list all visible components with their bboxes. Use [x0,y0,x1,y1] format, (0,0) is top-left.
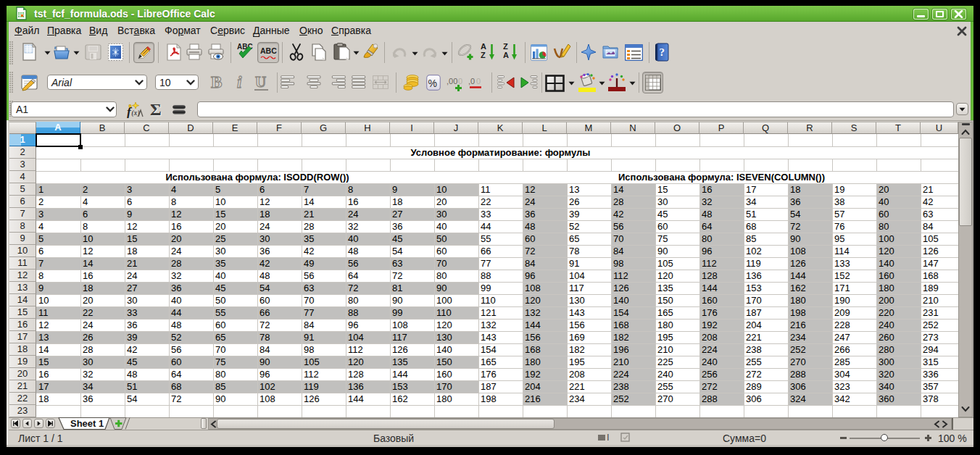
svg-text:ABC: ABC [260,46,277,55]
svg-text:0: 0 [458,77,462,85]
svg-text:Sheet 1: Sheet 1 [70,418,104,429]
svg-text:,00: ,00 [447,77,457,85]
svg-text:A: A [481,42,486,51]
svg-text:Z: Z [481,51,486,59]
svg-text:?: ? [660,46,665,58]
svg-text:%: % [428,78,437,89]
svg-text:,0: ,0 [468,77,475,85]
svg-text:Z: Z [503,42,508,51]
svg-text:A: A [503,51,509,59]
svg-text:0: 0 [476,77,481,85]
